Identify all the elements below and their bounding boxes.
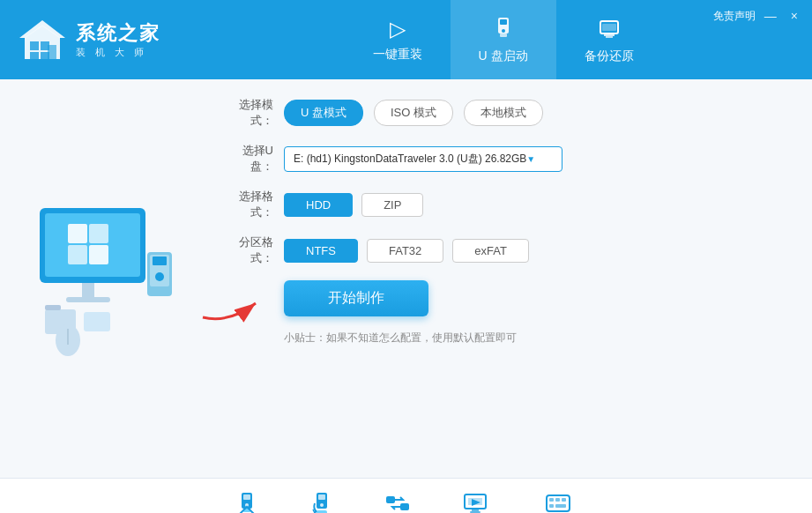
shortcut-icon bbox=[544, 489, 572, 514]
udisk-label: U 盘启动 bbox=[479, 48, 528, 64]
svg-rect-47 bbox=[472, 509, 479, 511]
reinstall-label: 一键重装 bbox=[373, 47, 422, 63]
tab-udisk[interactable]: U 盘启动 bbox=[451, 0, 556, 79]
arrow-decoration bbox=[194, 284, 273, 326]
dropdown-arrow-icon: ▼ bbox=[526, 154, 535, 164]
exfat-btn[interactable]: exFAT bbox=[452, 239, 529, 263]
svg-rect-14 bbox=[606, 36, 613, 38]
svg-rect-5 bbox=[48, 45, 56, 59]
svg-rect-40 bbox=[318, 494, 325, 500]
svg-point-10 bbox=[502, 29, 505, 33]
minimize-button[interactable]: — bbox=[759, 7, 782, 25]
svg-rect-55 bbox=[555, 504, 566, 508]
start-row: 开始制作 bbox=[220, 280, 786, 316]
svg-rect-42 bbox=[317, 510, 327, 514]
illustration-area bbox=[0, 79, 194, 478]
svg-rect-20 bbox=[68, 245, 87, 264]
svg-rect-21 bbox=[89, 245, 108, 264]
mode-row: 选择模式： U 盘模式 ISO 模式 本地模式 bbox=[220, 97, 786, 129]
svg-rect-18 bbox=[68, 224, 87, 243]
svg-point-41 bbox=[320, 503, 324, 507]
zip-btn[interactable]: ZIP bbox=[361, 193, 423, 217]
svg-rect-9 bbox=[500, 19, 507, 25]
top-right: 免责声明 — × bbox=[713, 7, 803, 25]
udisk-row: 选择U盘： E: (hd1) KingstonDataTraveler 3.0 … bbox=[220, 143, 786, 175]
app-title: 系统之家 bbox=[76, 21, 160, 47]
svg-rect-44 bbox=[400, 503, 409, 510]
partition-btn-group: NTFS FAT32 exFAT bbox=[284, 239, 529, 263]
fat32-btn[interactable]: FAT32 bbox=[367, 239, 443, 263]
app-subtitle: 装 机 大 师 bbox=[76, 46, 160, 58]
svg-rect-1 bbox=[30, 41, 39, 50]
disclaimer-text[interactable]: 免责声明 bbox=[713, 9, 756, 24]
tab-backup[interactable]: 备份还原 bbox=[556, 0, 662, 79]
backup-icon bbox=[597, 16, 622, 43]
logo-area: 系统之家 装 机 大 师 bbox=[0, 19, 194, 61]
mode-local-btn[interactable]: 本地模式 bbox=[464, 100, 543, 126]
partition-form-label: 分区格式： bbox=[220, 234, 273, 266]
simulate-icon bbox=[461, 489, 489, 514]
format-row: 选择格式： HDD ZIP bbox=[220, 189, 786, 220]
svg-rect-28 bbox=[150, 287, 169, 293]
toolbar-shortcut[interactable]: 快捷键查询 bbox=[532, 489, 585, 514]
udisk-form-label: 选择U盘： bbox=[220, 143, 273, 175]
toolbar-convert[interactable]: 格式转换 bbox=[376, 489, 419, 514]
format-form-label: 选择格式： bbox=[220, 189, 273, 220]
format-btn-group: HDD ZIP bbox=[284, 193, 423, 217]
tab-reinstall[interactable]: ▷ 一键重装 bbox=[345, 0, 451, 79]
udisk-value: E: (hd1) KingstonDataTraveler 3.0 (U盘) 2… bbox=[294, 152, 526, 167]
svg-rect-53 bbox=[562, 498, 566, 502]
ntfs-btn[interactable]: NTFS bbox=[284, 239, 358, 263]
udisk-select[interactable]: E: (hd1) KingstonDataTraveler 3.0 (U盘) 2… bbox=[284, 146, 562, 172]
tip-text: 小贴士：如果不知道怎么配置，使用默认配置即可 bbox=[284, 331, 517, 344]
start-button[interactable]: 开始制作 bbox=[284, 280, 428, 316]
close-button[interactable]: × bbox=[786, 7, 803, 25]
main-area: 选择模式： U 盘模式 ISO 模式 本地模式 选择U盘： E: (hd1) K… bbox=[0, 79, 812, 478]
svg-rect-13 bbox=[604, 33, 615, 36]
svg-rect-52 bbox=[555, 498, 560, 502]
svg-rect-22 bbox=[82, 283, 94, 297]
mode-label: 选择模式： bbox=[220, 97, 273, 129]
backup-label: 备份还原 bbox=[585, 48, 634, 64]
svg-rect-26 bbox=[153, 256, 167, 265]
svg-rect-48 bbox=[470, 511, 480, 513]
svg-rect-11 bbox=[500, 33, 507, 37]
toolbar-simulate[interactable]: 模拟启动 bbox=[454, 489, 496, 514]
upgrade-icon bbox=[233, 489, 261, 514]
svg-rect-36 bbox=[243, 494, 250, 500]
toolbar-upgrade[interactable]: 升级U盘 bbox=[227, 489, 267, 514]
svg-rect-15 bbox=[602, 24, 616, 31]
reinstall-icon: ▷ bbox=[390, 17, 406, 41]
svg-point-27 bbox=[155, 272, 164, 281]
svg-rect-3 bbox=[30, 52, 39, 59]
svg-rect-23 bbox=[66, 297, 110, 302]
hdd-btn[interactable]: HDD bbox=[284, 193, 353, 217]
mode-udisk-btn[interactable]: U 盘模式 bbox=[284, 100, 363, 126]
convert-icon bbox=[384, 489, 412, 514]
restore-icon bbox=[308, 489, 336, 514]
bottom-toolbar: 升级U盘 还原U盘 格式转换 bbox=[0, 478, 812, 513]
svg-rect-43 bbox=[386, 496, 395, 503]
logo-text: 系统之家 装 机 大 师 bbox=[76, 21, 160, 59]
header: 系统之家 装 机 大 师 ▷ 一键重装 U 盘启动 bbox=[0, 0, 812, 79]
svg-rect-50 bbox=[547, 495, 570, 511]
svg-rect-19 bbox=[89, 224, 108, 243]
tip-row: 小贴士：如果不知道怎么配置，使用默认配置即可 bbox=[220, 331, 786, 346]
svg-rect-31 bbox=[84, 312, 110, 331]
svg-rect-30 bbox=[45, 305, 61, 310]
computer-illustration bbox=[13, 199, 181, 358]
mode-iso-btn[interactable]: ISO 模式 bbox=[374, 100, 453, 126]
logo-icon bbox=[18, 19, 67, 61]
svg-rect-54 bbox=[549, 504, 554, 508]
toolbar-restore[interactable]: 还原U盘 bbox=[302, 489, 342, 514]
partition-row: 分区格式： NTFS FAT32 exFAT bbox=[220, 234, 786, 266]
content-area: 选择模式： U 盘模式 ISO 模式 本地模式 选择U盘： E: (hd1) K… bbox=[194, 79, 812, 478]
svg-rect-51 bbox=[549, 498, 554, 502]
udisk-icon bbox=[491, 16, 516, 43]
